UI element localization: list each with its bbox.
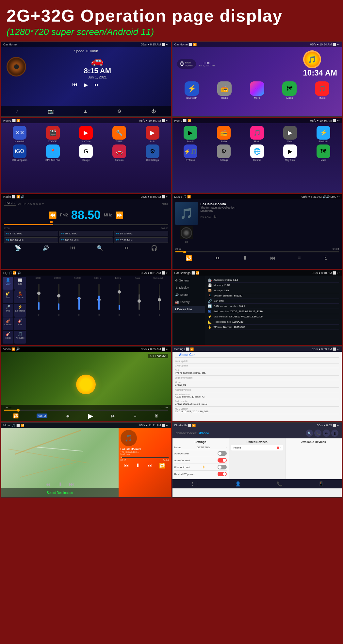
app-more[interactable]: ⋯ More bbox=[250, 81, 264, 99]
bt-autoanswer-toggle[interactable] bbox=[218, 451, 227, 456]
app-tpms[interactable]: 🔧 TPMS bbox=[104, 126, 135, 143]
app-bt[interactable]: ⚡ Bluetooth bbox=[308, 126, 339, 143]
eq-mode-user[interactable]: 👤User bbox=[3, 277, 13, 290]
eq-mode-classic[interactable]: 🎻Classic bbox=[3, 317, 13, 330]
overlay-repeat[interactable]: 🔁 bbox=[159, 463, 166, 469]
eq-slider-surround[interactable] bbox=[159, 284, 160, 310]
pause-btn[interactable]: ⏸ bbox=[242, 255, 248, 261]
eq-video-btn[interactable]: 🎚 bbox=[155, 413, 159, 418]
about-local-update[interactable]: Local update bbox=[175, 359, 339, 364]
app-carsettings[interactable]: ⚙ Car Settings bbox=[137, 144, 168, 161]
preset-6[interactable]: P6 87.50 MHz bbox=[114, 237, 168, 243]
eq-mode-pop[interactable]: 🎤Pop bbox=[3, 304, 13, 316]
music-progress[interactable] bbox=[175, 251, 339, 252]
eq-mode-jazz[interactable]: 🎷Jazz bbox=[3, 290, 13, 303]
antenna-icon[interactable]: 📡 bbox=[15, 245, 21, 251]
bt-phone-btn[interactable]: 📞 bbox=[314, 430, 321, 437]
app-avin[interactable]: ▶ Av In bbox=[137, 126, 168, 143]
app-youtube[interactable]: ▶ YouTube bbox=[70, 126, 102, 143]
repeat-video-btn[interactable]: 🔁 bbox=[13, 413, 19, 418]
play-video-btn[interactable]: ▶ bbox=[88, 412, 93, 420]
eq-mode-electronic[interactable]: ⚡Electronic bbox=[14, 304, 26, 316]
app-phonelink[interactable]: ✕✕ phonelink bbox=[4, 126, 35, 143]
prev-station-btn[interactable]: ⏮ bbox=[70, 245, 75, 251]
bt-search-btn[interactable]: 🔍 bbox=[306, 430, 313, 437]
preset-1[interactable]: P1 87.50 MHz bbox=[4, 231, 58, 236]
eq-slider-910hz[interactable] bbox=[78, 284, 80, 310]
bt-nav-phone[interactable]: 📱 bbox=[318, 481, 324, 486]
app-radio-2[interactable]: 📻 Radio bbox=[208, 126, 239, 143]
next-station-btn[interactable]: ⏭ bbox=[124, 245, 130, 251]
settings-display[interactable]: 🖥Display bbox=[172, 284, 205, 291]
settings-factory[interactable]: 🏭Factory bbox=[172, 298, 205, 306]
app-music-2[interactable]: 🎵 Music bbox=[241, 126, 273, 143]
eq-slider-36khz[interactable] bbox=[98, 284, 100, 310]
app-xcovr2[interactable]: 🎬 XCOVR2 bbox=[37, 126, 69, 143]
list-video-btn[interactable]: ≡ bbox=[134, 413, 136, 418]
app-google[interactable]: G Google bbox=[70, 144, 102, 161]
music-nav-next[interactable]: ⏭ bbox=[69, 482, 74, 487]
prev-btn-1[interactable]: ⏮ bbox=[72, 82, 77, 88]
preset-2[interactable]: P2 90.10 MHz bbox=[59, 231, 113, 236]
camera-icon-1[interactable]: 📷 bbox=[48, 109, 54, 114]
app-autokit[interactable]: ▶ AutoKit bbox=[175, 126, 206, 143]
bt-nav-grid[interactable]: ⋮⋮ bbox=[190, 481, 199, 486]
app-gpstest[interactable]: 📍 GPS Test Plus bbox=[37, 144, 69, 161]
app-radio[interactable]: 📻 Radio bbox=[217, 81, 232, 99]
app-playstore[interactable]: ▶ Play Store bbox=[275, 144, 306, 161]
eq-slider-14khz[interactable] bbox=[119, 284, 120, 310]
music-nav-prev[interactable]: ⏮ bbox=[45, 482, 51, 487]
settings-general[interactable]: ⚙General bbox=[172, 277, 205, 284]
bt-delete-btn[interactable]: 🗑 bbox=[331, 430, 338, 437]
about-can-update[interactable]: CAN Update bbox=[175, 364, 339, 368]
repeat-btn[interactable]: 🔁 bbox=[186, 255, 192, 261]
settings-icon-1[interactable]: ⚙ bbox=[117, 109, 122, 114]
music-icon-1[interactable]: ♪ bbox=[16, 109, 18, 114]
app-music[interactable]: 🎵 Music bbox=[315, 81, 329, 99]
eq-slider-230hz[interactable] bbox=[58, 284, 59, 310]
bt-restart-toggle[interactable] bbox=[218, 472, 227, 476]
eq-mode-rnb[interactable]: 🎸RnB bbox=[14, 317, 26, 330]
app-settings[interactable]: ⚙ Settings bbox=[208, 144, 239, 161]
settings-sound[interactable]: 🔊Sound bbox=[172, 291, 205, 298]
preset-4[interactable]: P4 106.10 MHz bbox=[4, 237, 58, 243]
overlay-progress[interactable] bbox=[121, 457, 169, 458]
rewind-btn[interactable]: ⏪ bbox=[49, 211, 57, 219]
nav-icon-1[interactable]: ▲ bbox=[83, 109, 88, 114]
app-caminfo[interactable]: 🚗 CamInfo bbox=[104, 144, 135, 161]
eq-mode-rock[interactable]: 🎸Rock bbox=[3, 331, 13, 344]
prev-video-btn[interactable]: ⏮ bbox=[65, 413, 70, 418]
settings-device-info[interactable]: ℹDevice Info bbox=[172, 306, 205, 313]
app-chrome[interactable]: 🌐 Chrome bbox=[241, 144, 273, 161]
next-btn-1[interactable]: ⏭ bbox=[94, 82, 100, 88]
bt-nav-contacts[interactable]: 👤 bbox=[235, 481, 241, 486]
overlay-prev[interactable]: ⏮ bbox=[124, 463, 129, 469]
overlay-next[interactable]: ⏭ bbox=[147, 463, 153, 469]
next-btn-music[interactable]: ⏭ bbox=[270, 255, 275, 261]
play-btn-1[interactable]: ▶ bbox=[84, 82, 88, 88]
app-btmusic[interactable]: ⚡🎵 BT Music bbox=[175, 144, 206, 161]
app-maps[interactable]: 🗺 Maps bbox=[282, 81, 297, 99]
about-legal[interactable]: Legal information bbox=[175, 376, 339, 380]
app-bluetooth[interactable]: ⚡ Bluetooth bbox=[185, 81, 199, 99]
video-progress[interactable] bbox=[4, 410, 168, 411]
preset-5[interactable]: P5 108.00 MHz bbox=[59, 237, 113, 243]
app-maps-2[interactable]: 🗺 Maps bbox=[308, 144, 339, 161]
eq-slider-bass[interactable] bbox=[139, 284, 140, 310]
bt-edit-btn[interactable]: ✏ bbox=[323, 430, 330, 437]
bt-btnet-toggle[interactable] bbox=[218, 465, 227, 469]
power-icon-1[interactable]: ⏻ bbox=[151, 109, 156, 114]
overlay-pause[interactable]: ⏸ bbox=[136, 463, 141, 469]
headphone-icon[interactable]: 🎧 bbox=[151, 245, 157, 251]
eq-slider-60hz[interactable] bbox=[38, 284, 40, 310]
eq-mode-acoustic[interactable]: 🎵Acoustic bbox=[14, 331, 26, 344]
eq-mode-life[interactable]: 📰Life bbox=[14, 277, 26, 290]
bt-name-arrow[interactable]: › bbox=[226, 446, 227, 449]
preset-3[interactable]: P3 98.10 MHz bbox=[114, 231, 168, 236]
about-status[interactable]: Status Phone number, signal, etc. bbox=[175, 368, 339, 376]
equalizer-btn[interactable]: 🎚 bbox=[323, 255, 329, 261]
bt-autoconnect-toggle[interactable] bbox=[218, 458, 227, 463]
next-video-btn[interactable]: ⏭ bbox=[111, 413, 116, 418]
bt-nav-calls[interactable]: 📞 bbox=[277, 481, 282, 486]
prev-btn-music[interactable]: ⏮ bbox=[215, 255, 220, 261]
